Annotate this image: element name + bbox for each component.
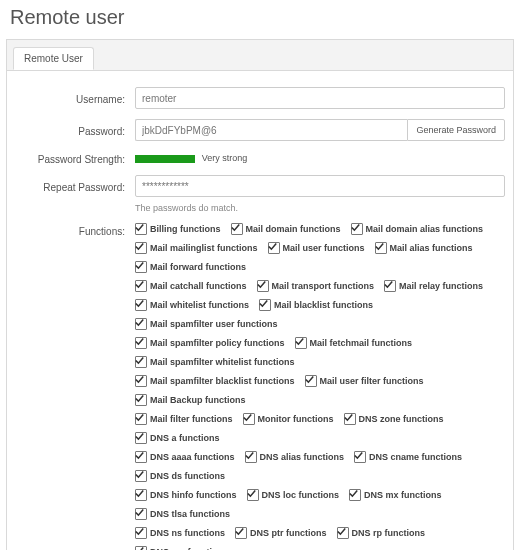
check-icon[interactable] [135,432,147,444]
function-item[interactable]: Mail user filter functions [305,375,424,387]
function-label: Mail domain functions [246,224,341,234]
function-label: Mail whitelist functions [150,300,249,310]
function-label: Billing functions [150,224,221,234]
function-label: DNS cname functions [369,452,462,462]
check-icon[interactable] [135,261,147,273]
function-label: DNS ptr functions [250,528,327,538]
check-icon[interactable] [135,489,147,501]
function-item[interactable]: DNS cname functions [354,451,462,463]
function-item[interactable]: Mail filter functions [135,413,233,425]
check-icon[interactable] [349,489,361,501]
password-strength-text: Very strong [202,154,248,164]
function-label: Mail catchall functions [150,281,247,291]
username-input[interactable] [135,87,505,109]
check-icon[interactable] [135,413,147,425]
function-item[interactable]: DNS tlsa functions [135,508,230,520]
function-label: Mail alias functions [390,243,473,253]
password-strength-bar [135,155,195,163]
repeat-password-input[interactable] [135,175,505,197]
tab-remote-user[interactable]: Remote User [13,47,94,70]
page-title: Remote user [10,6,514,29]
function-item[interactable]: Mail catchall functions [135,280,247,292]
function-label: Monitor functions [258,414,334,424]
function-item[interactable]: DNS ds functions [135,470,225,482]
check-icon[interactable] [245,451,257,463]
check-icon[interactable] [259,299,271,311]
check-icon[interactable] [384,280,396,292]
function-label: Mail spamfilter policy functions [150,338,285,348]
function-item[interactable]: Mail transport functions [257,280,375,292]
function-item[interactable]: DNS loc functions [247,489,340,501]
function-item[interactable]: DNS a functions [135,432,220,444]
check-icon[interactable] [344,413,356,425]
function-label: Mail relay functions [399,281,483,291]
function-item[interactable]: Mail mailinglist functions [135,242,258,254]
password-input[interactable] [135,119,407,141]
function-item[interactable]: Mail alias functions [375,242,473,254]
function-item[interactable]: Billing functions [135,223,221,235]
check-icon[interactable] [354,451,366,463]
function-label: Mail user filter functions [320,376,424,386]
check-icon[interactable] [337,527,349,539]
check-icon[interactable] [135,223,147,235]
check-icon[interactable] [135,280,147,292]
function-item[interactable]: Mail forward functions [135,261,246,273]
function-item[interactable]: DNS alias functions [245,451,345,463]
check-icon[interactable] [351,223,363,235]
generate-password-button[interactable]: Generate Password [407,119,505,141]
check-icon[interactable] [135,242,147,254]
function-item[interactable]: Mail domain functions [231,223,341,235]
function-item[interactable]: Mail Backup functions [135,394,246,406]
function-item[interactable]: Mail blacklist functions [259,299,373,311]
function-item[interactable]: DNS zone functions [344,413,444,425]
function-item[interactable]: DNS mx functions [349,489,442,501]
check-icon[interactable] [135,356,147,368]
check-icon[interactable] [135,299,147,311]
check-icon[interactable] [135,527,147,539]
function-label: Mail transport functions [272,281,375,291]
function-item[interactable]: Mail relay functions [384,280,483,292]
function-label: DNS mx functions [364,490,442,500]
check-icon[interactable] [135,394,147,406]
check-icon[interactable] [231,223,243,235]
function-item[interactable]: Mail spamfilter policy functions [135,337,285,349]
function-item[interactable]: Mail spamfilter user functions [135,318,278,330]
check-icon[interactable] [135,546,147,550]
label-repeat: Repeat Password: [15,179,135,193]
check-icon[interactable] [135,337,147,349]
function-item[interactable]: Mail domain alias functions [351,223,484,235]
check-icon[interactable] [295,337,307,349]
check-icon[interactable] [135,375,147,387]
check-icon[interactable] [135,508,147,520]
label-password: Password: [15,123,135,137]
function-item[interactable]: DNS rp functions [337,527,426,539]
function-item[interactable]: Mail spamfilter blacklist functions [135,375,295,387]
function-item[interactable]: Mail whitelist functions [135,299,249,311]
function-item[interactable]: DNS srv functions [135,546,228,550]
check-icon[interactable] [135,318,147,330]
check-icon[interactable] [257,280,269,292]
function-item[interactable]: DNS ptr functions [235,527,327,539]
function-label: DNS alias functions [260,452,345,462]
function-item[interactable]: Mail spamfilter whitelist functions [135,356,295,368]
function-item[interactable]: DNS ns functions [135,527,225,539]
check-icon[interactable] [375,242,387,254]
function-label: Mail domain alias functions [366,224,484,234]
function-item[interactable]: Monitor functions [243,413,334,425]
function-item[interactable]: DNS aaaa functions [135,451,235,463]
check-icon[interactable] [247,489,259,501]
check-icon[interactable] [243,413,255,425]
function-label: Mail blacklist functions [274,300,373,310]
check-icon[interactable] [305,375,317,387]
check-icon[interactable] [135,451,147,463]
password-match-hint: The passwords do match. [135,203,505,213]
function-label: Mail Backup functions [150,395,246,405]
function-item[interactable]: Mail user functions [268,242,365,254]
check-icon[interactable] [268,242,280,254]
function-label: Mail filter functions [150,414,233,424]
function-label: DNS ns functions [150,528,225,538]
function-item[interactable]: Mail fetchmail functions [295,337,413,349]
check-icon[interactable] [135,470,147,482]
check-icon[interactable] [235,527,247,539]
function-item[interactable]: DNS hinfo functions [135,489,237,501]
